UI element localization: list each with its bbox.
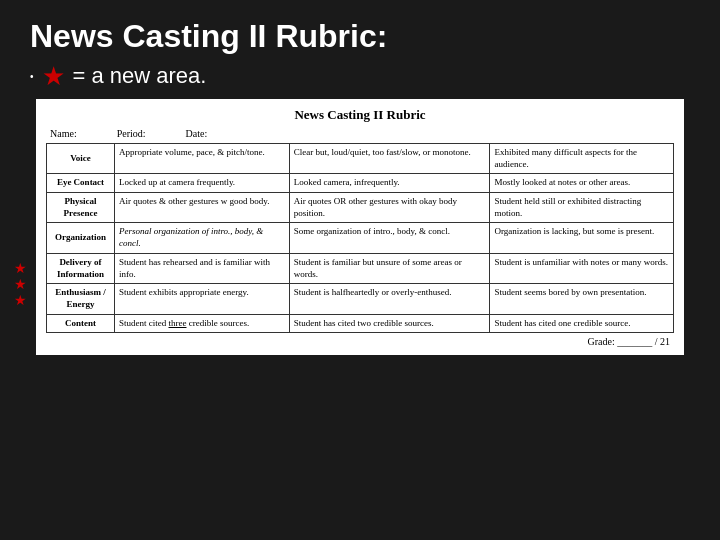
star-content: ★	[14, 293, 27, 307]
bullet-point: •	[30, 71, 34, 82]
physical-col3: Student held still or exhibited distract…	[490, 193, 674, 223]
grade-row: Grade: _______ / 21	[46, 336, 674, 347]
rubric-title: News Casting II Rubric	[46, 107, 674, 123]
period-label: Period:	[117, 128, 146, 139]
delivery-col1: Student has rehearsed and is familiar wi…	[115, 253, 290, 283]
name-label: Name:	[50, 128, 77, 139]
header: News Casting II Rubric: • ★ = a new area…	[0, 0, 720, 99]
voice-col3: Exhibited many difficult aspects for the…	[490, 144, 674, 174]
name-period-row: Name: Period: Date:	[46, 128, 674, 139]
table-row: Content Student cited three credible sou…	[47, 314, 674, 333]
table-row: Eye Contact Locked up at camera frequent…	[47, 174, 674, 193]
eye-col2: Looked camera, infrequently.	[289, 174, 490, 193]
category-eye-contact: Eye Contact	[47, 174, 115, 193]
subtitle-text: = a new area.	[73, 63, 207, 89]
category-delivery: Delivery of Information	[47, 253, 115, 283]
physical-col2: Air quotes OR other gestures with okay b…	[289, 193, 490, 223]
category-physical-presence: Physical Presence	[47, 193, 115, 223]
voice-col2: Clear but, loud/quiet, too fast/slow, or…	[289, 144, 490, 174]
left-stars-container: ★ ★ ★	[14, 99, 27, 355]
org-col3: Organization is lacking, but some is pre…	[490, 223, 674, 253]
star-delivery: ★	[14, 261, 27, 275]
enthusiasm-col2: Student is halfheartedly or overly-enthu…	[289, 284, 490, 314]
voice-col1: Appropriate volume, pace, & pitch/tone.	[115, 144, 290, 174]
delivery-col3: Student is unfamiliar with notes or many…	[490, 253, 674, 283]
category-content: Content	[47, 314, 115, 333]
category-enthusiasm: Enthusiasm / Energy	[47, 284, 115, 314]
physical-col1: Air quotes & other gestures w good body.	[115, 193, 290, 223]
star-icon: ★	[42, 63, 65, 89]
rubric-table: Voice Appropriate volume, pace, & pitch/…	[46, 143, 674, 333]
table-row: Voice Appropriate volume, pace, & pitch/…	[47, 144, 674, 174]
grade-label: Grade: _______ / 21	[588, 336, 671, 347]
table-row: Organization Personal organization of in…	[47, 223, 674, 253]
eye-col3: Mostly looked at notes or other areas.	[490, 174, 674, 193]
table-row: Delivery of Information Student has rehe…	[47, 253, 674, 283]
date-label: Date:	[186, 128, 208, 139]
table-row: Physical Presence Air quotes & other ges…	[47, 193, 674, 223]
enthusiasm-col1: Student exhibits appropriate energy.	[115, 284, 290, 314]
content-col1: Student cited three credible sources.	[115, 314, 290, 333]
org-col2: Some organization of intro., body, & con…	[289, 223, 490, 253]
eye-col1: Locked up at camera frequently.	[115, 174, 290, 193]
rubric-container: News Casting II Rubric Name: Period: Dat…	[36, 99, 684, 355]
star-enthusiasm: ★	[14, 277, 27, 291]
subtitle-row: • ★ = a new area.	[30, 63, 690, 89]
table-row: Enthusiasm / Energy Student exhibits app…	[47, 284, 674, 314]
category-voice: Voice	[47, 144, 115, 174]
category-organization: Organization	[47, 223, 115, 253]
delivery-col2: Student is familiar but unsure of some a…	[289, 253, 490, 283]
content-col2: Student has cited two credible sources.	[289, 314, 490, 333]
org-col1: Personal organization of intro., body, &…	[115, 223, 290, 253]
page-title: News Casting II Rubric:	[30, 18, 690, 55]
content-col3: Student has cited one credible source.	[490, 314, 674, 333]
enthusiasm-col3: Student seems bored by own presentation.	[490, 284, 674, 314]
